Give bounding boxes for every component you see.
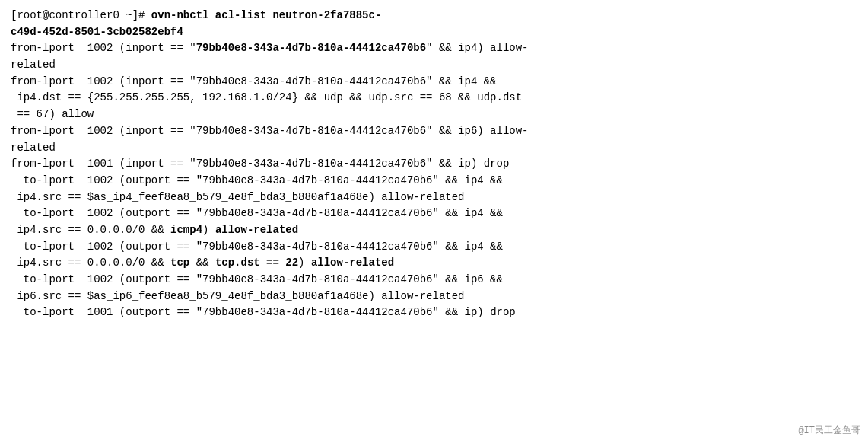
normal-text: ) xyxy=(202,224,215,236)
normal-text: ip4.src == 0.0.0.0/0 && xyxy=(11,224,170,236)
terminal-line: from-lport 1001 (inport == "79bb40e8-343… xyxy=(11,156,857,173)
normal-text: " && ip4) allow- xyxy=(426,42,528,54)
bold-text: allow-related xyxy=(215,224,298,236)
normal-text: drop xyxy=(490,306,516,318)
bold-text: tcp.dst == 22 xyxy=(215,257,298,269)
terminal-line: c49d-452d-8501-3cb02582ebf4 xyxy=(11,24,857,41)
normal-text: ip4.src == 0.0.0.0/0 && xyxy=(11,257,170,269)
normal-text: [root@controller0 ~]# xyxy=(11,9,151,21)
normal-text: && xyxy=(189,257,215,269)
terminal-line: related xyxy=(11,57,857,74)
normal-text: ) xyxy=(298,257,311,269)
terminal-line: ip4.src == 0.0.0.0/0 && tcp && tcp.dst =… xyxy=(11,255,857,272)
terminal-line: [root@controller0 ~]# ovn-nbctl acl-list… xyxy=(11,8,857,24)
normal-text: ip4.dst == {255.255.255.255, 192.168.1.0… xyxy=(11,91,522,104)
terminal-line: ip4.dst == {255.255.255.255, 192.168.1.0… xyxy=(11,90,857,107)
bold-text: allow-related xyxy=(311,257,394,269)
terminal-line: ip6.src == $as_ip6_feef8ea8_b579_4e8f_bd… xyxy=(11,288,857,305)
terminal-line: == 67) allow xyxy=(11,107,857,123)
normal-text: to-lport 1002 (outport == "79bb40e8-343a… xyxy=(11,273,503,285)
normal-text: ip6.src == $as_ip6_feef8ea8_b579_4e8f_bd… xyxy=(11,290,465,302)
normal-text: to-lport 1001 (outport == "79bb40e8-343a… xyxy=(11,306,490,318)
normal-text: related xyxy=(11,59,56,71)
normal-text: related xyxy=(11,142,56,154)
normal-text: to-lport 1002 (outport == "79bb40e8-343a… xyxy=(11,174,503,186)
terminal-output: [root@controller0 ~]# ovn-nbctl acl-list… xyxy=(0,0,868,443)
normal-text: == 67) allow xyxy=(11,108,94,120)
terminal-line: from-lport 1002 (inport == "79bb40e8-343… xyxy=(11,123,857,140)
bold-text: icmp4 xyxy=(170,224,202,236)
terminal-line: to-lport 1002 (outport == "79bb40e8-343a… xyxy=(11,206,857,222)
terminal-line: to-lport 1002 (outport == "79bb40e8-343a… xyxy=(11,272,857,288)
normal-text: ip4.src == $as_ip4_feef8ea8_b579_4e8f_bd… xyxy=(11,191,465,203)
bold-text: ovn-nbctl acl-list neutron- xyxy=(151,9,324,21)
normal-text: to-lport 1002 (outport == "79bb40e8-343a… xyxy=(11,241,503,253)
normal-text: from-lport 1002 (inport == " xyxy=(11,42,196,54)
normal-text: from-lport 1002 (inport == "79bb40e8-343… xyxy=(11,125,529,137)
terminal-line: to-lport 1002 (outport == "79bb40e8-343a… xyxy=(11,239,857,256)
terminal-line: ip4.src == 0.0.0.0/0 && icmp4) allow-rel… xyxy=(11,222,857,239)
normal-text: from-lport 1001 (inport == "79bb40e8-343… xyxy=(11,158,509,170)
terminal-line: from-lport 1002 (inport == "79bb40e8-343… xyxy=(11,40,857,57)
bold-text: 79bb40e8-343a-4d7b-810a-44412ca470b6 xyxy=(196,42,426,54)
terminal-line: to-lport 1002 (outport == "79bb40e8-343a… xyxy=(11,173,857,190)
terminal-line: related xyxy=(11,140,857,157)
bold-text: c49d-452d-8501-3cb02582ebf4 xyxy=(11,26,183,38)
bold-text: tcp xyxy=(170,257,189,269)
terminal-line: ip4.src == $as_ip4_feef8ea8_b579_4e8f_bd… xyxy=(11,190,857,206)
terminal-line: to-lport 1001 (outport == "79bb40e8-343a… xyxy=(11,304,857,321)
terminal-line: from-lport 1002 (inport == "79bb40e8-343… xyxy=(11,74,857,91)
bold-text: 2fa7885c- xyxy=(324,9,382,21)
normal-text: from-lport 1002 (inport == "79bb40e8-343… xyxy=(11,75,497,88)
normal-text: to-lport 1002 (outport == "79bb40e8-343a… xyxy=(11,207,503,219)
